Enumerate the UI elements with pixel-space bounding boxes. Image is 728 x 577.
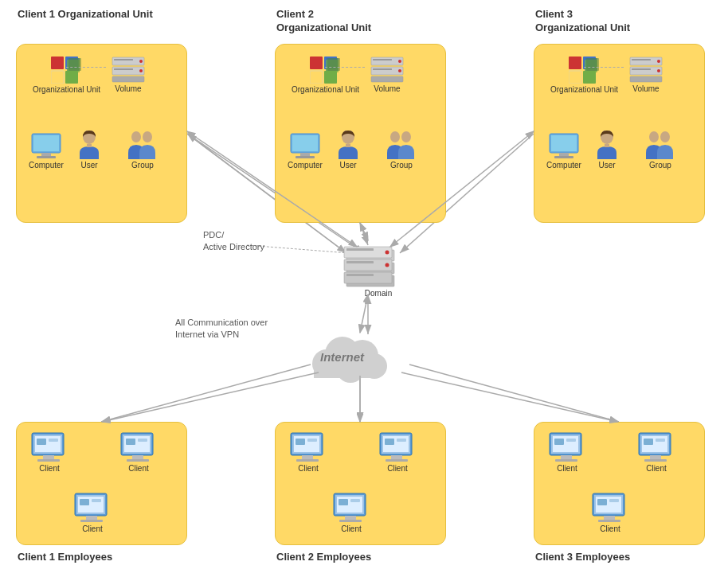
ou3-computer-label: Computer — [546, 161, 581, 170]
svg-rect-149 — [609, 499, 619, 502]
client3-title: Client 3Organizational Unit — [535, 8, 630, 35]
svg-point-24 — [131, 131, 141, 142]
emp3-client3-label: Client — [600, 524, 620, 533]
svg-rect-103 — [86, 516, 97, 520]
svg-rect-135 — [566, 439, 576, 442]
svg-rect-86 — [314, 365, 378, 378]
svg-rect-107 — [92, 499, 101, 502]
svg-rect-32 — [327, 58, 340, 71]
svg-rect-145 — [604, 516, 615, 520]
svg-point-36 — [398, 60, 401, 63]
ou2-org-unit-icon: Organizational Unit — [292, 57, 359, 94]
svg-rect-35 — [371, 76, 403, 82]
svg-rect-45 — [346, 144, 350, 147]
ou1-org-unit-label: Organizational Unit — [33, 85, 100, 94]
ou1-user-icon: User — [76, 131, 102, 170]
ou2-computer-label: Computer — [288, 161, 323, 170]
svg-rect-114 — [307, 439, 317, 442]
svg-rect-19 — [33, 135, 59, 151]
svg-point-59 — [657, 69, 660, 72]
svg-rect-28 — [324, 71, 337, 84]
svg-rect-124 — [345, 516, 356, 520]
client1-title: Client 1 Organizational Unit — [18, 8, 153, 21]
svg-rect-6 — [65, 71, 78, 84]
ou2-org-unit-label: Organizational Unit — [292, 85, 359, 94]
svg-line-158 — [401, 372, 618, 422]
svg-rect-26 — [310, 57, 323, 69]
svg-rect-146 — [598, 520, 620, 522]
svg-rect-110 — [302, 455, 313, 459]
svg-rect-10 — [68, 58, 81, 71]
svg-rect-50 — [583, 71, 596, 84]
svg-rect-67 — [605, 144, 609, 147]
svg-rect-148 — [597, 499, 607, 505]
svg-rect-131 — [561, 455, 572, 459]
svg-rect-64 — [559, 153, 569, 156]
svg-rect-80 — [346, 274, 374, 276]
ou2-group-icon: Group — [386, 131, 417, 170]
ou3-org-unit-icon: Organizational Unit — [550, 57, 618, 94]
emp2-box: Client Client — [275, 422, 446, 545]
emp2-client2-icon: Client — [379, 432, 416, 473]
svg-rect-78 — [346, 248, 374, 251]
ou3-user-icon: User — [594, 131, 620, 170]
ou2-user-icon: User — [335, 131, 361, 170]
svg-rect-125 — [339, 520, 362, 522]
svg-rect-51 — [569, 71, 581, 84]
emp3-client3-icon: Client — [592, 493, 628, 533]
ou1-volume-label: Volume — [115, 84, 141, 93]
svg-rect-89 — [43, 455, 54, 459]
ou1-group-label: Group — [131, 161, 154, 170]
ou1-group-icon: Group — [127, 131, 159, 170]
svg-point-69 — [660, 131, 670, 142]
svg-rect-138 — [650, 455, 661, 459]
svg-rect-141 — [644, 439, 653, 445]
emp2-client1-label: Client — [298, 464, 319, 473]
svg-rect-96 — [132, 455, 143, 459]
ou1-computer-icon: Computer — [29, 132, 64, 170]
domain-server-icon — [342, 240, 398, 291]
svg-point-58 — [657, 60, 660, 63]
emp1-client3-label: Client — [82, 524, 103, 533]
ou3-group-label: Group — [649, 161, 671, 170]
emp3-box: Client Client — [534, 422, 705, 545]
svg-rect-120 — [385, 439, 394, 445]
svg-point-25 — [143, 131, 152, 142]
svg-rect-106 — [80, 499, 89, 505]
pdc-annotation: PDC/Active Directory — [203, 229, 264, 254]
emp2-client1-icon: Client — [290, 432, 327, 473]
svg-rect-132 — [555, 459, 577, 462]
svg-point-37 — [398, 69, 401, 72]
svg-rect-90 — [37, 459, 60, 462]
svg-rect-29 — [310, 71, 323, 84]
emp1-client3-icon: Client — [74, 493, 111, 533]
svg-rect-117 — [391, 455, 402, 459]
svg-rect-48 — [569, 57, 581, 69]
svg-rect-21 — [37, 156, 56, 158]
svg-rect-79 — [346, 261, 374, 263]
svg-rect-16 — [114, 59, 133, 60]
svg-rect-111 — [296, 459, 319, 462]
svg-rect-23 — [87, 144, 92, 147]
svg-rect-41 — [292, 135, 318, 151]
svg-line-154 — [360, 223, 368, 240]
svg-point-15 — [139, 69, 143, 72]
svg-rect-42 — [300, 153, 310, 156]
ou1-volume-icon: Volume — [111, 54, 146, 93]
svg-rect-20 — [41, 153, 51, 156]
svg-rect-7 — [51, 71, 64, 84]
svg-rect-127 — [339, 499, 348, 505]
svg-rect-121 — [397, 439, 406, 442]
svg-rect-92 — [37, 439, 46, 445]
emp3-client1-icon: Client — [549, 432, 585, 473]
svg-rect-128 — [350, 499, 360, 502]
emp1-client2-icon: Client — [120, 432, 157, 473]
client3-ou-box: Organizational Unit Volume Computer — [534, 44, 705, 223]
svg-rect-93 — [49, 439, 58, 442]
svg-rect-43 — [296, 156, 315, 158]
svg-rect-39 — [373, 68, 392, 70]
domain-label: Domain — [354, 289, 402, 298]
ou2-group-label: Group — [390, 161, 413, 170]
svg-rect-57 — [630, 76, 662, 82]
svg-point-68 — [649, 131, 659, 142]
